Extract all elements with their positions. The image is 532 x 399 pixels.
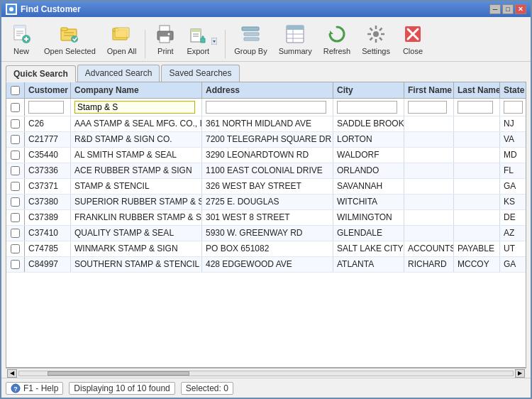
table-row[interactable]: C21777 R&D STAMP & SIGN CO. 7200 TELEGRA… xyxy=(6,132,526,148)
cell-city: WILMINGTON xyxy=(333,210,404,225)
window-icon xyxy=(6,4,17,15)
header-city[interactable]: City xyxy=(333,82,404,98)
filter-checkbox-cell xyxy=(6,99,25,116)
hscroll-left-button[interactable]: ◀ xyxy=(7,369,17,378)
filter-input-state[interactable] xyxy=(504,101,523,114)
open-selected-button[interactable]: Open Selected xyxy=(40,20,100,58)
refresh-icon xyxy=(326,23,348,45)
summary-icon xyxy=(284,23,306,45)
row-checkbox-cell xyxy=(6,257,25,272)
svg-line-45 xyxy=(370,38,373,40)
hscroll-right-button[interactable]: ▶ xyxy=(515,369,525,378)
group-by-button[interactable]: Group By xyxy=(230,20,271,58)
filter-first-name[interactable] xyxy=(404,99,454,116)
open-selected-label: Open Selected xyxy=(44,47,96,55)
filter-company-name[interactable] xyxy=(71,99,202,116)
tab-saved-searches[interactable]: Saved Searches xyxy=(161,65,239,82)
cell-state: DE xyxy=(500,210,526,225)
cell-address: 2725 E. DOUGLAS xyxy=(202,195,333,209)
cell-state: NJ xyxy=(500,116,526,131)
help-status: ? F1 - Help xyxy=(6,382,63,395)
svg-rect-23 xyxy=(191,29,201,32)
refresh-button[interactable]: Refresh xyxy=(319,20,355,58)
header-customer-id[interactable]: Customer ID xyxy=(25,82,71,98)
cell-company-name: SOUTHERN STAMP & STENCIL xyxy=(71,257,202,272)
row-checkbox-4[interactable] xyxy=(11,182,20,191)
row-checkbox-7[interactable] xyxy=(11,229,20,238)
header-last-name[interactable]: Last Name xyxy=(454,82,500,98)
tabs-bar: Quick Search Advanced Search Saved Searc… xyxy=(1,62,531,82)
cell-company-name: STAMP & STENCIL xyxy=(71,179,202,194)
tab-quick-search[interactable]: Quick Search xyxy=(6,65,76,82)
cell-address: 301 WEST 8 STREET xyxy=(202,210,333,225)
svg-marker-36 xyxy=(330,31,333,34)
table-row[interactable]: C74785 WINMARK STAMP & SIGN PO BOX 65108… xyxy=(6,241,526,257)
row-checkbox-6[interactable] xyxy=(11,213,20,222)
selected-text: Selected: 0 xyxy=(186,383,228,393)
cell-first-name: RICHARD xyxy=(404,257,454,272)
open-all-icon xyxy=(111,23,133,45)
cell-address: PO BOX 651082 xyxy=(202,241,333,256)
filter-row-checkbox[interactable] xyxy=(11,103,20,112)
table-row[interactable]: C37410 QUALITY STAMP & SEAL 5930 W. GREE… xyxy=(6,226,526,241)
filter-input-city[interactable] xyxy=(337,101,397,114)
header-first-name[interactable]: First Name xyxy=(404,82,454,98)
export-button[interactable]: Export xyxy=(184,24,221,58)
open-all-label: Open All xyxy=(107,47,137,55)
table-row[interactable]: C37389 FRANKLIN RUBBER STAMP & SE. 301 W… xyxy=(6,210,526,226)
filter-address[interactable] xyxy=(202,99,333,116)
filter-row xyxy=(6,99,526,116)
table-row[interactable]: C84997 SOUTHERN STAMP & STENCIL 428 EDGE… xyxy=(6,257,526,273)
svg-rect-20 xyxy=(160,36,170,43)
hscroll-thumb[interactable] xyxy=(48,371,189,376)
summary-label: Summary xyxy=(279,47,312,55)
cell-last-name xyxy=(454,132,500,147)
close-window-button[interactable]: ✕ xyxy=(515,4,526,14)
filter-customer-id[interactable] xyxy=(25,99,71,116)
select-all-checkbox[interactable] xyxy=(11,86,20,95)
svg-rect-3 xyxy=(14,26,26,28)
table-row[interactable]: C35440 AL SMITH STAMP & SEAL 3290 LEONAR… xyxy=(6,148,526,163)
minimize-button[interactable]: ─ xyxy=(489,4,501,14)
header-company-name[interactable]: Company Name xyxy=(71,82,202,98)
cell-address: 428 EDGEWOOD AVE xyxy=(202,257,333,272)
tab-advanced-search[interactable]: Advanced Search xyxy=(77,65,160,82)
header-address[interactable]: Address xyxy=(202,82,333,98)
open-all-button[interactable]: Open All xyxy=(103,20,141,58)
maximize-button[interactable]: □ xyxy=(502,4,514,14)
row-checkbox-9[interactable] xyxy=(11,260,20,269)
cell-company-name: R&D STAMP & SIGN CO. xyxy=(71,132,202,147)
print-button[interactable]: Print xyxy=(150,20,181,58)
row-checkbox-cell xyxy=(6,241,25,256)
row-checkbox-3[interactable] xyxy=(11,166,20,175)
filter-input-last-name[interactable] xyxy=(458,101,493,114)
filter-input-customer-id[interactable] xyxy=(28,101,64,114)
cell-last-name xyxy=(454,116,500,131)
grid-header-row: Customer ID Company Name Address City Fi… xyxy=(6,82,526,99)
table-row[interactable]: C37380 SUPERIOR RUBBER STAMP & SE 2725 E… xyxy=(6,195,526,210)
cell-company-name: QUALITY STAMP & SEAL xyxy=(71,226,202,241)
summary-button[interactable]: Summary xyxy=(275,20,316,58)
header-state[interactable]: State xyxy=(500,82,526,98)
table-row[interactable]: C26 AAA STAMP & SEAL MFG. CO., I 361 NOR… xyxy=(6,116,526,132)
row-checkbox-8[interactable] xyxy=(11,244,20,253)
new-button[interactable]: New xyxy=(6,20,37,58)
filter-state[interactable] xyxy=(500,99,526,116)
filter-input-address[interactable] xyxy=(206,101,326,114)
row-checkbox-1[interactable] xyxy=(11,135,20,144)
cell-customer-id: C21777 xyxy=(25,132,71,147)
row-checkbox-5[interactable] xyxy=(11,197,20,207)
filter-city[interactable] xyxy=(333,99,404,116)
settings-button[interactable]: Settings xyxy=(358,20,394,58)
close-toolbar-button[interactable]: Close xyxy=(397,20,428,58)
filter-input-company-name[interactable] xyxy=(74,101,195,114)
export-dropdown-arrow[interactable] xyxy=(211,31,218,51)
filter-last-name[interactable] xyxy=(454,99,500,116)
refresh-label: Refresh xyxy=(323,47,351,55)
row-checkbox-2[interactable] xyxy=(11,151,20,160)
row-checkbox-0[interactable] xyxy=(11,119,20,129)
cell-last-name xyxy=(454,195,500,209)
filter-input-first-name[interactable] xyxy=(408,101,447,114)
table-row[interactable]: C37336 ACE RUBBER STAMP & SIGN 1100 EAST… xyxy=(6,163,526,179)
table-row[interactable]: C37371 STAMP & STENCIL 326 WEST BAY STRE… xyxy=(6,179,526,195)
